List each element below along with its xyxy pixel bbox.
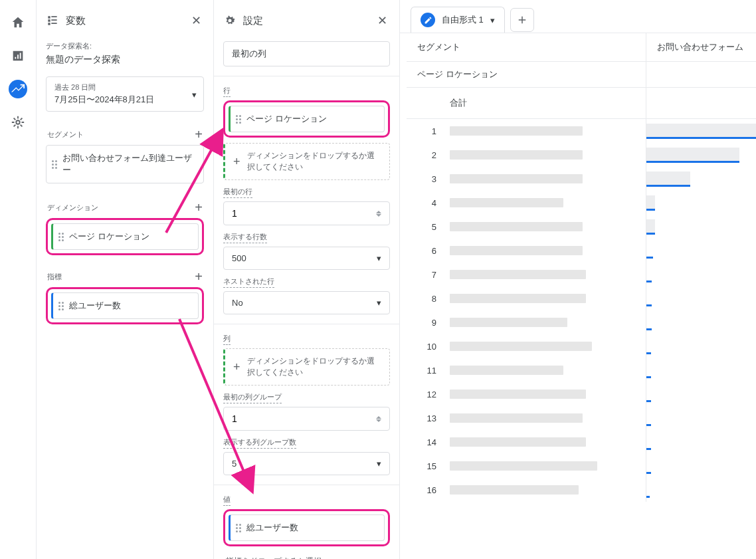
table-row[interactable]: 14 [407, 430, 756, 454]
dimension-chip-page-location[interactable]: ページ ロケーション [51, 223, 199, 250]
table-row[interactable]: 9 [407, 310, 756, 334]
row-count-select[interactable]: 500 ▾ [223, 247, 390, 270]
table-row[interactable]: 7 [407, 263, 756, 286]
segment-chip[interactable]: お問い合わせフォーム到達ユーザー [46, 145, 204, 183]
tab-label: 自由形式 1 [442, 14, 484, 26]
table-row[interactable]: 12 [407, 382, 756, 406]
table-row[interactable]: 4 [407, 191, 756, 215]
row-number: 5 [407, 222, 443, 232]
cols-dropzone[interactable]: + ディメンションをドロップするか選択してください [223, 348, 390, 386]
first-col-group-input[interactable] [223, 407, 390, 431]
row-metric-bar [646, 143, 756, 167]
caret-down-icon: ▾ [377, 459, 381, 469]
variables-header: 変数 ✕ [37, 0, 213, 41]
close-settings-button[interactable]: ✕ [375, 11, 390, 31]
table-row[interactable]: 16 [407, 478, 756, 502]
caret-down-icon: ▾ [377, 298, 381, 308]
row-dimension-value [443, 174, 646, 183]
segment-compare-select[interactable]: 最初の列 ▾ [223, 41, 390, 66]
caret-down-icon: ▾ [192, 89, 197, 99]
caret-down-icon[interactable]: ▾ [490, 15, 495, 25]
row-dimension-value [443, 150, 646, 160]
nav-reports-icon[interactable] [9, 47, 27, 65]
table-row[interactable]: 2 [407, 143, 756, 167]
rows-chip-label: ページ ロケーション [246, 113, 327, 125]
row-metric-bar [646, 358, 756, 382]
row-metric-bar [646, 334, 756, 358]
values-chip-total-users[interactable]: 総ユーザー数 [229, 514, 385, 541]
report-total-label: 合計 [443, 88, 646, 118]
row-dimension-value [443, 246, 646, 255]
col-group-count-select[interactable]: 5 ▾ [223, 452, 390, 475]
row-number: 12 [407, 390, 443, 399]
settings-header: 設定 ✕ [214, 0, 399, 41]
row-metric-bar [646, 382, 756, 406]
row-metric-bar [646, 286, 756, 310]
metric-chip-total-users[interactable]: 総ユーザー数 [51, 292, 199, 319]
close-variables-button[interactable]: ✕ [189, 11, 204, 31]
report-header-metric: お問い合わせフォーム [646, 33, 756, 61]
grip-icon [236, 115, 241, 124]
rows-chip-page-location[interactable]: ページ ロケーション [229, 106, 385, 132]
tab-bar: 自由形式 1 ▾ [400, 0, 756, 33]
col-group-count-value: 5 [232, 459, 236, 469]
table-row[interactable]: 8 [407, 286, 756, 310]
row-count-label: 表示する行数 [223, 232, 267, 243]
table-row[interactable]: 13 [407, 406, 756, 430]
add-metric-button[interactable]: + [195, 270, 203, 283]
exploration-name-field[interactable]: データ探索名: 無題のデータ探索 [46, 41, 204, 66]
table-row[interactable]: 1 [407, 119, 756, 143]
row-dimension-value [443, 198, 646, 207]
row-dimension-value [443, 342, 646, 351]
add-tab-button[interactable] [510, 8, 534, 32]
table-row[interactable]: 6 [407, 239, 756, 263]
row-number: 11 [407, 366, 443, 376]
settings-title: 設定 [243, 15, 368, 27]
table-row[interactable]: 5 [407, 215, 756, 239]
row-dimension-value [443, 318, 646, 327]
row-number: 14 [407, 437, 443, 447]
add-dimension-button[interactable]: + [195, 201, 203, 214]
row-number: 6 [407, 246, 443, 256]
nested-rows-label: ネストされた行 [223, 277, 274, 288]
rows-section-label: 行 [223, 86, 231, 97]
nav-home-icon[interactable] [9, 13, 27, 32]
dimensions-section-label: ディメンション [47, 203, 98, 213]
col-group-count-label: 表示する列グループ数 [223, 437, 296, 449]
tab-freeform-1[interactable]: 自由形式 1 ▾ [411, 7, 505, 33]
nav-ads-icon[interactable] [9, 113, 27, 132]
report-header-segment: セグメント [407, 33, 646, 61]
exploration-name-value: 無題のデータ探索 [46, 54, 204, 66]
grip-icon [236, 524, 241, 532]
row-number: 10 [407, 342, 443, 352]
row-metric-bar [646, 478, 756, 502]
values-section-label: 値 [223, 495, 231, 506]
table-row[interactable]: 10 [407, 334, 756, 358]
row-dimension-value [443, 126, 646, 136]
row-dimension-value [443, 390, 646, 399]
row-dimension-value [443, 461, 646, 471]
rows-dropzone[interactable]: + ディメンションをドロップするか選択してください [223, 143, 390, 180]
spinner-icon[interactable] [376, 211, 381, 217]
first-col-group-value[interactable] [232, 413, 376, 424]
table-row[interactable]: 15 [407, 454, 756, 478]
row-dimension-value [443, 413, 646, 423]
date-preset-label: 過去 28 日間 [54, 82, 195, 92]
first-row-value[interactable] [232, 208, 376, 219]
table-row[interactable]: 11 [407, 358, 756, 382]
first-row-input[interactable] [223, 201, 390, 225]
table-row[interactable]: 3 [407, 167, 756, 191]
row-number: 3 [407, 174, 443, 184]
variables-panel: 変数 ✕ データ探索名: 無題のデータ探索 過去 28 日間 7月25日〜202… [37, 0, 214, 559]
row-number: 7 [407, 270, 443, 280]
nav-explore-icon[interactable] [9, 80, 27, 98]
date-range-selector[interactable]: 過去 28 日間 7月25日〜2024年8月21日 ▾ [46, 76, 204, 112]
row-metric-bar [646, 167, 756, 191]
add-segment-button[interactable]: + [195, 128, 203, 141]
metrics-section-label: 指標 [47, 272, 62, 282]
row-dimension-value [443, 270, 646, 279]
row-metric-bar [646, 239, 756, 263]
nested-rows-select[interactable]: No ▾ [223, 291, 390, 314]
spinner-icon[interactable] [376, 416, 381, 422]
row-number: 1 [407, 126, 443, 136]
